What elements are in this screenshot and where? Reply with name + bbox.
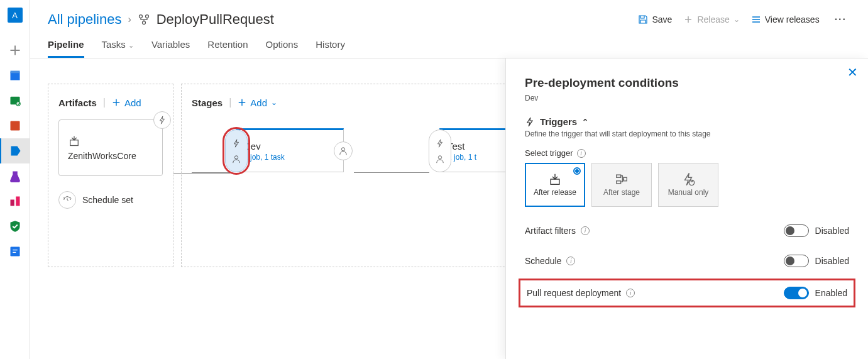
view-releases-button[interactable]: View releases: [751, 14, 820, 25]
add-stage-button[interactable]: Add ⌄: [238, 97, 277, 108]
svg-point-3: [16, 102, 19, 106]
triggers-section-header[interactable]: Triggers ⌃: [525, 116, 849, 127]
artifact-filters-label: Artifact filters: [525, 226, 576, 236]
lightning-icon: [525, 117, 535, 127]
svg-rect-7: [10, 247, 19, 257]
tab-pipeline[interactable]: Pipeline: [48, 39, 84, 58]
svg-point-14: [438, 155, 441, 158]
add-label: Add: [124, 97, 141, 108]
release-icon: [138, 13, 150, 26]
connector: [192, 172, 229, 173]
artifact-name: ZenithWorksCore: [68, 151, 153, 161]
release-label: Release: [697, 14, 729, 25]
chevron-up-icon: ⌃: [582, 118, 588, 126]
ppt-icon[interactable]: [0, 113, 30, 138]
stage-dev[interactable]: Dev 1 job, 1 task: [236, 128, 344, 172]
toggle-state: Disabled: [815, 256, 849, 266]
stage-name: Test: [448, 141, 476, 152]
connector: [354, 172, 429, 173]
boards-icon[interactable]: [0, 63, 30, 88]
trigger-options: After release After stage Manual only: [525, 163, 849, 207]
shield-icon[interactable]: [0, 214, 30, 239]
chevron-down-icon: ⌄: [733, 15, 740, 24]
avatar[interactable]: A: [8, 8, 23, 23]
pr-deployment-toggle[interactable]: [784, 287, 809, 299]
stage-subtitle[interactable]: 1 job, 1 task: [244, 153, 285, 162]
stage-name: Dev: [244, 141, 285, 152]
pr-deployment-highlighted: Pull request deployment i Enabled: [519, 279, 855, 307]
tab-tasks[interactable]: Tasks⌄: [102, 39, 134, 58]
trigger-manual-only[interactable]: Manual only: [658, 163, 718, 207]
artifact-card[interactable]: ZenithWorksCore: [58, 119, 163, 176]
info-icon[interactable]: i: [566, 257, 575, 265]
trigger-after-stage[interactable]: After stage: [591, 163, 652, 207]
trigger-label: Manual only: [668, 189, 709, 197]
svg-rect-1: [10, 71, 19, 74]
pre-deployment-panel: ✕ Pre-deployment conditions Dev Triggers…: [505, 58, 868, 359]
artifacts-box: Artifacts | Add ZenithWorksCore Schedule…: [48, 84, 173, 267]
repos-icon[interactable]: [0, 88, 30, 113]
save-button[interactable]: Save: [638, 14, 672, 25]
artifact-filters-toggle[interactable]: [784, 224, 809, 237]
trigger-after-release[interactable]: After release: [525, 163, 585, 207]
svg-rect-11: [70, 140, 79, 146]
tab-options[interactable]: Options: [266, 39, 299, 58]
schedule-label: Schedule set: [82, 195, 133, 205]
info-icon[interactable]: i: [626, 289, 635, 297]
schedule-toggle[interactable]: [784, 255, 809, 267]
list-icon: [751, 14, 761, 25]
more-menu-button[interactable]: ···: [831, 11, 850, 28]
stages-title: Stages: [192, 97, 222, 108]
artifacts-title: Artifacts: [58, 97, 97, 108]
select-trigger-label: Select trigger: [525, 148, 573, 158]
header-row: All pipelines › DeployPullRequest Save R…: [30, 0, 868, 31]
testplans-icon[interactable]: [0, 163, 30, 189]
pipeline-name[interactable]: DeployPullRequest: [157, 11, 274, 28]
triggers-desc: Define the trigger that will start deplo…: [525, 130, 849, 138]
schedule-label: Schedule: [525, 256, 561, 266]
chevron-down-icon: ⌄: [271, 98, 277, 107]
tab-variables[interactable]: Variables: [151, 39, 190, 58]
schedule-row[interactable]: Schedule set: [58, 191, 163, 209]
add-icon[interactable]: [0, 38, 30, 63]
tab-history[interactable]: History: [316, 39, 345, 58]
stage-subtitle[interactable]: 1 job, 1 t: [448, 153, 476, 162]
breadcrumb-root[interactable]: All pipelines: [48, 11, 121, 28]
radio-selected-icon: [573, 167, 581, 175]
tab-retention[interactable]: Retention: [207, 39, 248, 58]
svg-point-10: [142, 21, 145, 25]
left-nav-rail: A: [0, 0, 30, 359]
build-icon: [548, 172, 562, 186]
trigger-label: After stage: [603, 189, 640, 197]
svg-rect-6: [16, 197, 19, 206]
lightning-icon: [158, 116, 167, 124]
plus-icon: [112, 98, 121, 107]
pipelines-icon[interactable]: [0, 138, 30, 163]
info-icon[interactable]: i: [577, 149, 586, 158]
pre-deployment-button-test[interactable]: [429, 130, 451, 172]
svg-point-12: [234, 155, 238, 158]
triggers-label: Triggers: [540, 116, 577, 127]
trigger-label: After release: [534, 189, 576, 197]
add-artifact-button[interactable]: Add: [112, 97, 141, 108]
close-button[interactable]: ✕: [847, 65, 858, 80]
artifact-trigger-button[interactable]: [153, 111, 171, 129]
divider: |: [103, 97, 106, 108]
person-icon: [232, 155, 241, 163]
svg-rect-17: [617, 181, 621, 184]
save-label: Save: [652, 14, 672, 25]
info-icon[interactable]: i: [581, 226, 590, 235]
tabs: Pipeline Tasks⌄ Variables Retention Opti…: [30, 31, 868, 58]
person-icon: [436, 155, 444, 163]
panel-stage-name: Dev: [525, 94, 849, 102]
svg-point-19: [689, 180, 694, 185]
pre-deployment-button-dev[interactable]: [225, 130, 248, 172]
post-deployment-button-dev[interactable]: [334, 141, 353, 160]
lightning-icon: [232, 139, 241, 148]
panel-title: Pre-deployment conditions: [525, 76, 849, 90]
svg-rect-4: [10, 121, 19, 131]
artifacts-feed-icon[interactable]: [0, 189, 30, 214]
ext-icon[interactable]: [0, 239, 30, 264]
schedule-icon: [58, 191, 76, 209]
stages-icon: [615, 172, 629, 186]
